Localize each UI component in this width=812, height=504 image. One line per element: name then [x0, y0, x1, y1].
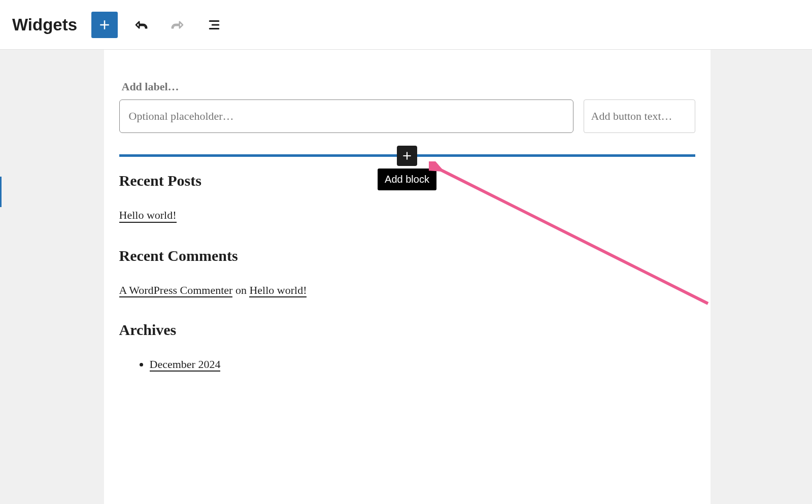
editor-canvas-wrapper: Add label… Add block Recent Posts Hello …: [0, 50, 812, 504]
recent-comments-heading: Recent Comments: [119, 247, 695, 264]
inline-add-block-button[interactable]: [397, 146, 417, 166]
search-button-text-input[interactable]: [584, 99, 695, 133]
archives-heading: Archives: [119, 321, 695, 339]
comment-post-link[interactable]: Hello world!: [249, 284, 307, 297]
archives-list: December 2024: [119, 358, 695, 371]
comment-on-text: on: [235, 284, 247, 296]
add-block-toggle-button[interactable]: [91, 12, 118, 38]
list-view-icon: [207, 17, 222, 32]
redo-button[interactable]: [164, 12, 191, 38]
selection-edge-highlight: [0, 177, 2, 207]
search-block[interactable]: Add label…: [119, 80, 695, 133]
block-inserter: Add block: [119, 154, 695, 157]
recent-post-link[interactable]: Hello world!: [119, 209, 177, 223]
redo-icon: [170, 17, 185, 32]
undo-button[interactable]: [128, 12, 154, 38]
undo-icon: [133, 17, 149, 32]
plus-icon: [400, 149, 414, 162]
page-title: Widgets: [12, 15, 77, 35]
search-row: [119, 99, 695, 133]
archive-list-item: December 2024: [150, 358, 695, 371]
archive-link[interactable]: December 2024: [150, 358, 221, 372]
add-block-tooltip: Add block: [378, 169, 436, 190]
document-overview-button[interactable]: [201, 12, 227, 38]
search-label-field[interactable]: Add label…: [122, 80, 695, 93]
editor-canvas[interactable]: Add label… Add block Recent Posts Hello …: [104, 50, 710, 504]
search-placeholder-input[interactable]: [119, 99, 573, 133]
editor-header: Widgets: [0, 0, 812, 50]
recent-comment-item: A WordPress Commenter on Hello world!: [119, 284, 695, 297]
comment-author-link[interactable]: A WordPress Commenter: [119, 284, 233, 297]
plus-icon: [97, 17, 112, 32]
